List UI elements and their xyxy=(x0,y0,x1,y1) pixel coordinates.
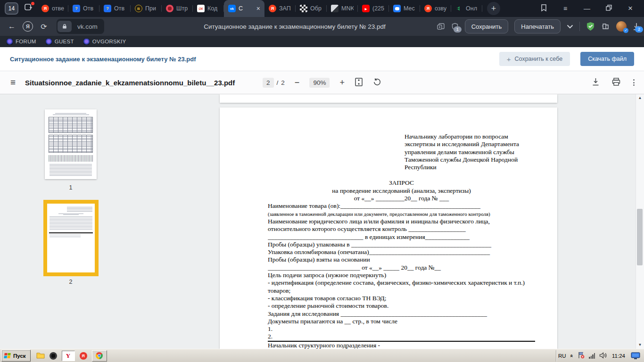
volume-icon[interactable] xyxy=(599,352,607,360)
bookmark-item[interactable]: OVGORSKIY xyxy=(83,39,126,45)
close-button[interactable]: × xyxy=(619,4,641,13)
language-indicator[interactable]: RU xyxy=(558,353,566,359)
yandex-favicon: Я xyxy=(424,5,432,12)
network-signal-icon[interactable] xyxy=(589,353,595,359)
document-line: Упаковка опломбирована (опечатана)______… xyxy=(268,248,535,256)
minimize-button[interactable]: — xyxy=(576,5,598,12)
print-page-button[interactable]: Напечатать xyxy=(514,19,561,33)
show-desktop-button[interactable] xyxy=(630,352,641,360)
protect-shield-icon[interactable] xyxy=(586,22,595,31)
page-thumbnail-2-selected[interactable] xyxy=(43,200,99,276)
tab-groups-icon[interactable] xyxy=(24,3,33,14)
browser-tab[interactable]: Штр xyxy=(162,0,193,17)
browser-tab[interactable]: Онл xyxy=(451,0,482,17)
browser-tab[interactable]: ?Отв xyxy=(68,0,99,17)
document-line: 2. xyxy=(268,333,535,341)
scroll-down-arrow[interactable]: ▼ xyxy=(636,341,644,349)
browser-tab[interactable]: ОККод xyxy=(193,0,224,17)
tab-preview-icon[interactable] xyxy=(437,23,445,30)
browser-tab[interactable]: Яотве xyxy=(37,0,68,17)
sidebar-toggle-icon[interactable]: ≡ xyxy=(10,77,16,88)
document-line: - классификация товаров согласно ТН ВЭД; xyxy=(268,295,535,302)
security-flag-icon[interactable] xyxy=(578,352,585,360)
document-line: Пробы (образцы) упакованы в ____________… xyxy=(268,241,535,248)
start-button[interactable]: Пуск xyxy=(1,350,31,362)
vertical-scrollbar[interactable]: ▲ ▼ xyxy=(636,94,644,349)
restore-button[interactable] xyxy=(598,5,619,12)
document-center-line: от «__» _________20__ года № ___ xyxy=(268,195,535,202)
browser-tab[interactable]: ЯЗАП xyxy=(264,0,296,17)
lock-icon[interactable] xyxy=(58,21,72,32)
tab-title: Штр xyxy=(176,5,188,12)
zoom-level[interactable]: 90% xyxy=(309,78,330,88)
page-thumbnail-1[interactable] xyxy=(45,109,97,179)
tab-title: ЗАП xyxy=(279,5,291,12)
vk-save-to-self-button[interactable]: +Сохранить к себе xyxy=(499,52,570,66)
url-field[interactable]: vk.com xyxy=(57,19,104,34)
bookmark-item[interactable]: GUEST xyxy=(46,39,74,45)
page-number-input[interactable]: 2 xyxy=(263,78,274,88)
browser-tab[interactable]: Яозву xyxy=(420,0,451,17)
scrollbar-thumb[interactable] xyxy=(637,209,643,265)
speaker-favicon xyxy=(455,5,463,12)
back-icon[interactable]: ← xyxy=(4,22,20,31)
more-options-icon[interactable] xyxy=(633,79,635,86)
document-line: 1. xyxy=(268,325,535,333)
tab-title: MNK xyxy=(341,5,354,12)
scroll-up-arrow[interactable]: ▲ xyxy=(636,94,644,102)
vk-download-file-button[interactable]: Скачать файл xyxy=(580,52,634,66)
pdf-print-icon[interactable] xyxy=(612,78,620,88)
tab-title: Отв xyxy=(114,5,124,12)
bookmark-favicon xyxy=(83,39,90,45)
tab-counter[interactable]: 14 xyxy=(5,2,18,15)
document-line: ______________________________ в единица… xyxy=(268,233,535,241)
new-tab-button[interactable]: + xyxy=(487,2,500,15)
browser-tab[interactable]: Мес xyxy=(389,0,420,17)
zoom-in-button[interactable]: + xyxy=(339,78,345,88)
side-panel-icon[interactable] xyxy=(533,4,554,13)
browser-tab[interactable]: ВПри xyxy=(131,0,162,17)
document-line: - определение рыночной стоимости товаров… xyxy=(268,302,535,310)
url-text: vk.com xyxy=(72,23,103,30)
tab-close-icon[interactable]: × xyxy=(256,5,260,12)
yandex-browser-taskbar-button[interactable]: Y xyxy=(62,351,75,361)
rotate-button[interactable] xyxy=(373,78,381,88)
thumbnail-label-2: 2 xyxy=(45,279,97,285)
tab-title: Мес xyxy=(404,5,415,12)
reload-icon[interactable]: ⟳ xyxy=(36,22,52,31)
recipient-line: Таможенной службы Донецкой Народной xyxy=(405,156,539,164)
opera-icon[interactable] xyxy=(50,352,57,360)
tab-title: При xyxy=(145,5,156,12)
vk-document-title: Ситуационное задание к экзаменационному … xyxy=(10,56,196,63)
profile-avatar[interactable]: ✓ xyxy=(616,21,627,32)
explorer-folder-icon[interactable] xyxy=(36,352,45,360)
bookmark-item[interactable]: FORUM xyxy=(7,39,36,45)
bookmark-label: GUEST xyxy=(55,39,74,44)
save-page-button[interactable]: Сохранить xyxy=(465,19,509,33)
system-tray: RU « 11:24 xyxy=(556,350,643,362)
hidden-icons-chevron[interactable]: « xyxy=(569,354,575,357)
browser-tab[interactable]: ▶(225 xyxy=(358,0,389,17)
extensions-icon[interactable] xyxy=(601,23,610,30)
pdf-download-icon[interactable] xyxy=(592,78,599,88)
document-line: _____________________________ от «__» __… xyxy=(268,264,535,272)
yandex-home-icon[interactable]: Я xyxy=(20,21,36,32)
zoom-out-button[interactable]: − xyxy=(295,78,300,88)
yandex-app-icon[interactable]: Я xyxy=(80,352,87,360)
browser-tab[interactable]: MNK xyxy=(327,0,358,17)
document-line: Цель подачи запроса (нужное подчеркнуть) xyxy=(268,272,535,279)
fit-page-button[interactable] xyxy=(355,77,363,88)
browser-tab[interactable]: Обр xyxy=(296,0,327,17)
tab-title: Обр xyxy=(310,5,322,12)
password-shield-icon[interactable]: 1 xyxy=(451,23,459,31)
browser-tab[interactable]: ?Отв xyxy=(99,0,131,17)
chrome-taskbar-button[interactable] xyxy=(92,350,107,362)
recipient-line: управления делами таможенной службы xyxy=(405,148,539,156)
browser-menu-icon[interactable]: ≡ xyxy=(554,5,576,12)
recipient-line: Начальнику лаборатории по вопросам xyxy=(405,133,539,140)
question-favicon: ? xyxy=(73,5,80,12)
browser-tab-active[interactable]: vkС× xyxy=(224,0,264,17)
chevron-down-icon[interactable] xyxy=(567,25,573,29)
downloads-icon[interactable]: 2 xyxy=(633,23,640,31)
document-line: (заявленное в таможенной декларации или … xyxy=(268,210,535,218)
